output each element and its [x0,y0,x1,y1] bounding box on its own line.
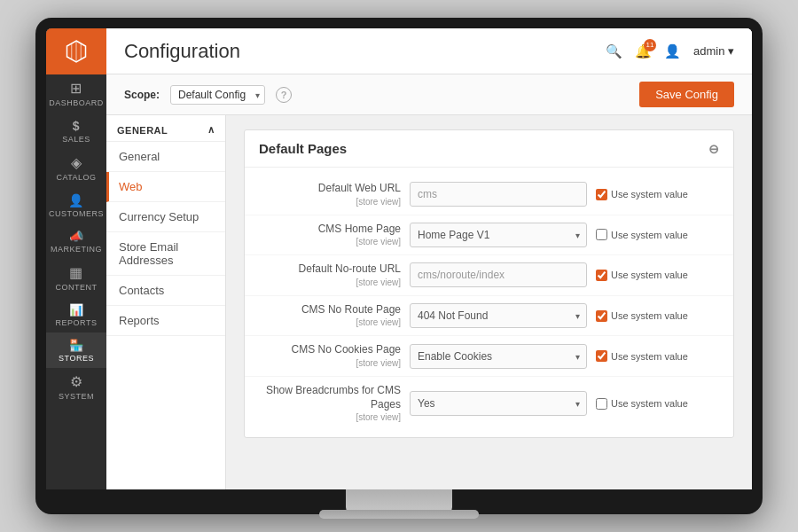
save-config-button[interactable]: Save Config [639,82,734,107]
search-button[interactable]: 🔍 [606,43,622,59]
panel-header: Default Pages ⊖ [245,130,733,168]
select-wrapper-cms-home-page: Home Page V1 [410,223,587,247]
select-wrapper-cms-no-route: 404 Not Found [410,303,587,328]
sidebar-item-label: Reports [56,318,98,327]
sidebar-item-catalog[interactable]: ◈ Catalog [46,149,106,187]
sidebar-item-label: Dashboard [49,98,104,107]
left-nav-item-general[interactable]: General [106,142,225,172]
label-breadcrumbs: Show Breadcrumbs for CMS Pages [store vi… [259,384,401,423]
left-nav-item-store-email[interactable]: Store Email Addresses [106,232,225,276]
scope-label: Scope: [124,89,160,101]
panel-title: Default Pages [259,141,347,156]
form-row-breadcrumbs: Show Breadcrumbs for CMS Pages [store vi… [245,377,733,430]
marketing-icon: 📣 [69,231,84,242]
sidebar-item-label: Stores [59,354,94,363]
notification-button[interactable]: 🔔 11 [635,43,652,59]
sidebar-item-reports[interactable]: 📊 Reports [46,297,106,332]
sidebar-item-label: Marketing [51,245,102,254]
sidebar-item-stores[interactable]: 🏪 Stores [46,332,106,368]
reports-icon: 📊 [69,304,84,316]
main-content: Configuration 🔍 🔔 11 👤 admin ▾ Scope: [106,28,752,489]
label-default-web-url: Default Web URL [store view] [259,182,401,207]
input-default-web-url[interactable] [410,182,587,207]
select-cms-home-page[interactable]: Home Page V1 [410,223,587,247]
collapse-icon[interactable]: ⊖ [708,142,719,156]
left-nav-section-header: GENERAL ∧ [106,115,225,142]
use-system-breadcrumbs: Use system value [596,398,688,410]
checkbox-no-route-url[interactable] [596,270,607,281]
left-nav-item-contacts[interactable]: Contacts [106,276,225,306]
form-row-no-route-url: Default No-route URL [store view] Use sy… [245,255,733,296]
chevron-up-icon: ∧ [207,124,215,136]
sidebar-item-sales[interactable]: $ Sales [46,113,106,149]
system-icon: ⚙ [70,375,83,389]
left-nav: GENERAL ∧ General Web Currency Setup Sto… [106,115,226,489]
checkbox-cms-no-route[interactable] [596,310,607,322]
panel-body: Default Web URL [store view] Use system … [245,168,733,437]
select-cms-no-route[interactable]: 404 Not Found [410,303,587,328]
sidebar: ⊞ Dashboard $ Sales ◈ Catalog 👤 Customer… [46,28,106,489]
user-icon: 👤 [664,43,681,59]
admin-user-label[interactable]: admin ▾ [693,44,734,58]
label-cms-no-cookies: CMS No Cookies Page [store view] [259,343,401,369]
sidebar-item-system[interactable]: ⚙ System [46,368,106,406]
sidebar-item-content[interactable]: ▦ Content [46,259,106,297]
checkbox-cms-no-cookies[interactable] [596,350,607,362]
use-system-no-route-url: Use system value [596,270,688,281]
checkbox-breadcrumbs[interactable] [596,398,607,410]
select-cms-no-cookies[interactable]: Enable Cookies [410,344,587,369]
dashboard-icon: ⊞ [70,82,82,96]
sidebar-item-dashboard[interactable]: ⊞ Dashboard [46,74,106,113]
content-icon: ▦ [69,266,83,280]
form-row-cms-no-route: CMS No Route Page [store view] 404 Not F… [245,296,733,337]
top-bar-actions: 🔍 🔔 11 👤 admin ▾ [606,43,734,59]
logo[interactable] [46,28,106,74]
notification-badge: 11 [644,39,656,51]
use-system-default-web-url: Use system value [596,189,688,200]
page-title: Configuration [124,40,606,63]
select-wrapper-cms-no-cookies: Enable Cookies [410,344,587,369]
select-breadcrumbs[interactable]: Yes [410,391,587,416]
monitor: ⊞ Dashboard $ Sales ◈ Catalog 👤 Customer… [35,18,763,514]
catalog-icon: ◈ [71,156,82,170]
sales-icon: $ [73,120,80,132]
monitor-stand [346,489,452,514]
help-icon[interactable]: ? [276,87,292,103]
left-nav-item-web[interactable]: Web [106,172,225,202]
label-no-route-url: Default No-route URL [store view] [259,262,401,288]
select-wrapper-breadcrumbs: Yes [410,391,587,416]
sidebar-item-label: Content [56,283,98,292]
left-nav-item-reports[interactable]: Reports [106,306,225,336]
form-row-default-web-url: Default Web URL [store view] Use system … [245,175,733,215]
stores-icon: 🏪 [69,340,84,351]
form-row-cms-no-cookies: CMS No Cookies Page [store view] Enable … [245,336,733,377]
top-bar: Configuration 🔍 🔔 11 👤 admin ▾ [106,28,752,74]
use-system-cms-no-cookies: Use system value [596,350,688,362]
sidebar-item-label: Sales [62,135,90,144]
left-nav-item-currency[interactable]: Currency Setup [106,202,225,232]
sidebar-item-marketing[interactable]: 📣 Marketing [46,223,106,259]
screen: ⊞ Dashboard $ Sales ◈ Catalog 👤 Customer… [46,28,752,489]
label-cms-home-page: CMS Home Page [store view] [259,223,401,248]
label-cms-no-route: CMS No Route Page [store view] [259,303,401,329]
form-row-cms-home-page: CMS Home Page [store view] Home Page V1 [245,215,733,256]
checkbox-cms-home-page[interactable] [596,229,607,240]
content-area: GENERAL ∧ General Web Currency Setup Sto… [106,115,752,489]
use-system-cms-no-route: Use system value [596,310,688,322]
sidebar-item-label: Catalog [56,173,96,182]
use-system-cms-home-page: Use system value [596,229,688,240]
sidebar-item-label: System [59,392,94,401]
right-content: Default Pages ⊖ Default Web URL [store v… [226,115,752,489]
customers-icon: 👤 [68,194,84,207]
sidebar-item-label: Customers [49,209,104,218]
scope-select-wrapper: Default Config [170,85,265,105]
scope-select[interactable]: Default Config [170,85,265,105]
sidebar-item-customers[interactable]: 👤 Customers [46,187,106,223]
input-no-route-url[interactable] [410,262,587,287]
scope-bar: Scope: Default Config ? Save Config [106,74,752,115]
default-pages-panel: Default Pages ⊖ Default Web URL [store v… [244,129,734,438]
checkbox-default-web-url[interactable] [596,189,607,200]
